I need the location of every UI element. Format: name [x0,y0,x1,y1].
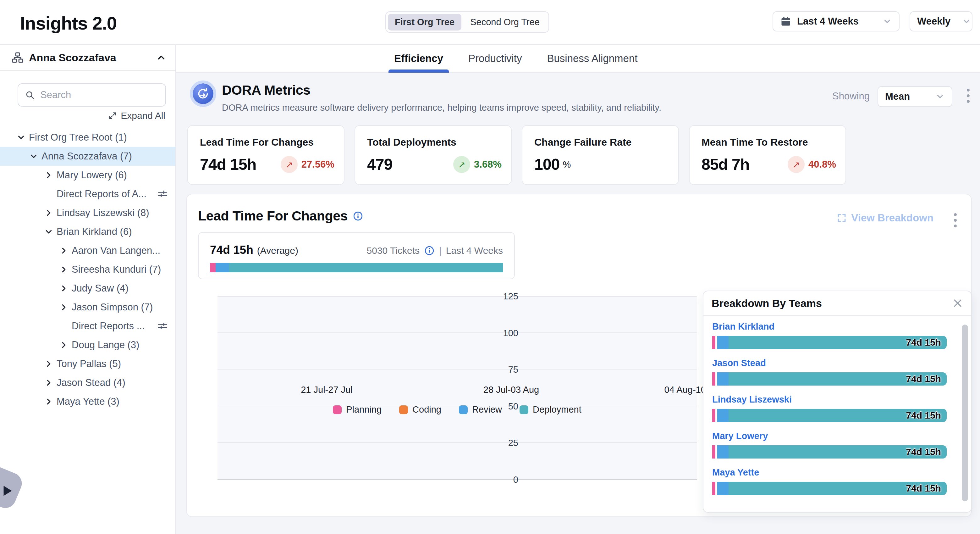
search-icon [25,89,35,100]
main-tabs: Efficiency Productivity Business Alignme… [391,45,640,72]
tree-item-label: Judy Saw (4) [72,283,129,294]
expand-all-label: Expand All [121,110,165,121]
org-tree: First Org Tree Root (1) Anna Scozzafava … [0,128,175,411]
chevron-right-icon[interactable] [44,359,53,368]
chevron-right-icon[interactable] [59,265,68,274]
tab-label: Efficiency [394,53,443,64]
scrollbar-thumb[interactable] [962,325,968,501]
dora-kebab-menu[interactable] [967,89,970,103]
metric-delta: 27.56% [301,159,334,170]
showing-mean-select[interactable]: Mean [878,86,952,107]
tree-item-jason-simpson[interactable]: Jason Simpson (7) [0,298,175,317]
tree-item-doug-lange[interactable]: Doug Lange (3) [0,336,175,354]
tree-item-mary-lowery[interactable]: Mary Lowery (6) [0,166,175,185]
tree-item-jason-stead[interactable]: Jason Stead (4) [0,373,175,392]
tree-item-label: Maya Yette (3) [57,396,119,407]
tree-item-label: Jason Simpson (7) [72,301,153,313]
toggle-second-org-tree[interactable]: Second Org Tree [463,14,547,30]
tree-item-anna-scozzafava[interactable]: Anna Scozzafava (7) [0,147,175,166]
metric-value: 479 [367,155,392,174]
chevron-right-icon[interactable] [44,171,53,180]
tree-item-direct-reports[interactable]: Direct Reports ... [0,317,175,336]
info-icon[interactable] [353,211,363,222]
tree-item-judy-saw[interactable]: Judy Saw (4) [0,279,175,298]
x-axis-line [218,479,697,480]
date-range-select[interactable]: Last 4 Weeks [773,11,900,32]
chevron-right-icon[interactable] [44,378,53,387]
tab-efficiency[interactable]: Efficiency [391,45,446,72]
breakdown-by-teams-panel: Breakdown By Teams Brian Kirkland 74d 15… [703,290,972,513]
team-bar-segment-planning [712,482,715,495]
summary-value: 74d 15h [210,244,253,257]
coding-swatch [399,405,408,414]
expand-corners-icon [837,213,847,223]
chevron-down-icon[interactable] [16,133,26,142]
team-bar-segment-planning [712,372,715,386]
tree-item-lindsay-liszewski[interactable]: Lindsay Liszewski (8) [0,204,175,222]
section-kebab-menu[interactable] [954,213,957,227]
chevron-right-icon[interactable] [59,303,68,312]
sidebar: Anna Scozzafava Expand All First Org Tre… [0,45,176,534]
team-value: 74d 15h [906,483,941,494]
chevron-down-icon[interactable] [44,227,53,236]
gridline [218,296,697,297]
tree-item-label: Aaron Van Langen... [72,245,160,256]
chevron-down-icon [962,17,971,26]
chevron-right-icon[interactable] [59,246,68,255]
granularity-select[interactable]: Weekly [910,11,972,32]
team-link[interactable]: Maya Yette [712,467,759,477]
tree-item-label: First Org Tree Root (1) [29,132,127,143]
close-icon[interactable] [952,298,963,309]
toggle-first-org-tree[interactable]: First Org Tree [388,14,461,30]
chevron-right-icon[interactable] [59,284,68,293]
tree-item-label: Tony Pallas (5) [57,358,121,370]
team-link[interactable]: Brian Kirkland [712,321,775,332]
tab-business-alignment[interactable]: Business Alignment [544,45,640,72]
tree-item-first-org-tree-root[interactable]: First Org Tree Root (1) [0,128,175,147]
collapse-chevron-icon[interactable] [156,52,167,63]
metric-delta-badge: ↗ 27.56% [281,156,334,173]
chevron-right-icon[interactable] [44,208,53,218]
tree-item-direct-reports-of-a[interactable]: Direct Reports of A... [0,185,175,204]
tree-item-brian-kirkland[interactable]: Brian Kirkland (6) [0,222,175,241]
filter-sliders-icon[interactable] [157,321,168,332]
org-tree-icon [11,51,24,64]
team-link[interactable]: Lindsay Liszewski [712,394,792,405]
sidebar-search [18,83,166,107]
chevron-right-icon[interactable] [59,340,68,350]
expand-all-icon [108,111,117,120]
expand-all-button[interactable]: Expand All [108,110,165,121]
team-value: 74d 15h [906,446,941,457]
metric-title: Mean Time To Restore [702,137,834,148]
metric-title: Change Failure Rate [534,137,666,148]
tree-item-label: Brian Kirkland (6) [57,226,132,238]
filter-sliders-icon[interactable] [157,189,168,199]
search-input[interactable] [40,89,158,100]
x-tick-label: 21 Jul-27 Jul [276,385,377,395]
breakdown-panel-header: Breakdown By Teams [703,291,971,316]
tree-item-sireesha-kunduri[interactable]: Sireesha Kunduri (7) [0,260,175,279]
tree-item-label: Direct Reports of A... [57,188,146,200]
summary-suffix: (Average) [257,245,298,256]
tab-productivity[interactable]: Productivity [466,45,525,72]
granularity-value: Weekly [917,16,950,27]
team-bar-segment-planning [712,445,715,459]
chevron-right-icon[interactable] [44,397,53,406]
tree-item-maya-yette[interactable]: Maya Yette (3) [0,392,175,411]
metric-card-mean-time-to-restore: Mean Time To Restore 85d 7h ↗ 40.8% [689,125,846,185]
view-breakdown-button[interactable]: View Breakdown [837,212,934,224]
summary-stacked-bar [210,263,503,273]
chevron-down-icon[interactable] [29,151,38,161]
legend-item-review: Review [459,405,502,415]
dora-cycle-icon [190,81,216,107]
team-link[interactable]: Mary Lowery [712,431,768,441]
metric-value: 100 [534,155,560,174]
tree-item-aaron-van-langen[interactable]: Aaron Van Langen... [0,241,175,260]
y-tick-label: 0 [496,475,518,485]
tree-item-tony-pallas[interactable]: Tony Pallas (5) [0,354,175,373]
team-value: 74d 15h [906,374,941,384]
x-tick-label: 28 Jul-03 Aug [461,385,562,395]
info-icon[interactable] [424,245,435,256]
team-link[interactable]: Jason Stead [712,358,766,368]
sidebar-user-header[interactable]: Anna Scozzafava [0,45,175,71]
